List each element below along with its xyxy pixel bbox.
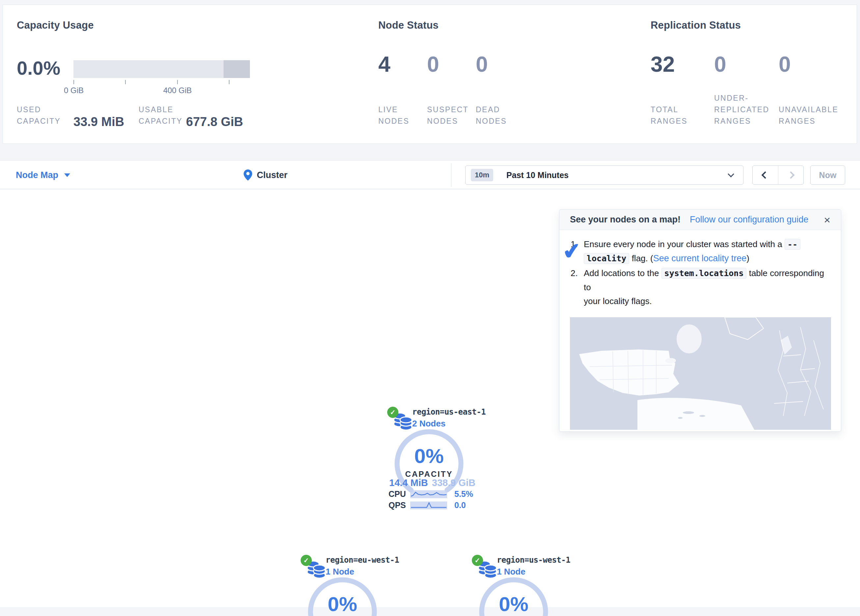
capacity-gauge: 0% CAPACITY	[393, 428, 465, 500]
breadcrumb-label: Cluster	[257, 170, 287, 180]
region-group-eu-west-1[interactable]: ✓ region=eu-west-1 1 Node 0% CAPACITY 9.…	[286, 555, 404, 616]
capacity-bar-nonusable-segment	[224, 60, 250, 78]
breadcrumb[interactable]: Cluster	[244, 161, 287, 190]
locality-flag-code: locality	[584, 253, 629, 264]
view-selector-label: Node Map	[16, 170, 58, 180]
step-done-check-icon: ✔	[561, 238, 582, 265]
locality-tree-link[interactable]: See current locality tree	[653, 253, 747, 263]
popup-title: See your nodes on a map!	[570, 215, 681, 225]
node-status-title: Node Status	[378, 19, 439, 31]
popup-header: See your nodes on a map! Follow our conf…	[559, 210, 841, 230]
under-replicated-count: 0	[714, 52, 726, 77]
region-group-us-west-1[interactable]: ✓ region=us-west-1 1 Node 0% CAPACITY 9.…	[457, 555, 575, 616]
time-prev-button[interactable]	[753, 166, 778, 184]
region-group-us-east-1[interactable]: ✓ region=us-east-1 2 Nodes 0% CAPACITY 1…	[372, 407, 491, 515]
time-range-label: Past 10 Minutes	[506, 171, 569, 180]
axis-tick-label: 400 GiB	[163, 86, 192, 95]
axis-tick	[125, 80, 126, 84]
used-capacity-label: USEDCAPACITY	[17, 104, 61, 127]
suspect-nodes-count: 0	[427, 52, 439, 77]
replication-status-title: Replication Status	[651, 19, 741, 31]
time-next-button[interactable]	[778, 166, 804, 184]
locality-flag-code: --	[785, 239, 800, 250]
region-used-capacity: 14.4 MiB	[389, 478, 428, 488]
close-icon[interactable]: ×	[824, 214, 830, 226]
cpu-value: 5.5%	[454, 489, 473, 499]
total-ranges-count: 32	[651, 52, 675, 77]
chevron-down-icon	[728, 171, 734, 177]
dead-nodes-label: DEADNODES	[476, 104, 507, 127]
dead-nodes-count: 0	[476, 52, 488, 77]
cpu-label: CPU	[389, 489, 410, 499]
system-locations-code: system.locations	[661, 268, 747, 279]
capacity-gauge: 0% CAPACITY	[477, 575, 550, 616]
now-button[interactable]: Now	[810, 166, 845, 185]
popup-step-2: 2. Add locations to the system.locations…	[571, 266, 831, 308]
node-map-page: Capacity Usage 0.0% 0 GiB 400 GiB USEDCA…	[0, 0, 860, 616]
usable-capacity-label: USABLECAPACITY	[139, 104, 182, 127]
suspect-nodes-label: SUSPECTNODES	[427, 104, 469, 127]
axis-tick	[229, 80, 229, 84]
cpu-sparkline	[410, 490, 447, 498]
popup-steps: 1. Ensure every node in your cluster was…	[571, 237, 831, 309]
time-range-select[interactable]: 10m Past 10 Minutes	[465, 166, 744, 185]
time-range-badge: 10m	[471, 169, 493, 181]
under-replicated-label: UNDER-REPLICATEDRANGES	[714, 92, 769, 127]
time-pager	[752, 166, 804, 185]
gauge-percent: 0%	[414, 444, 444, 468]
qps-label: QPS	[389, 500, 410, 510]
unavailable-label: UNAVAILABLERANGES	[779, 104, 838, 127]
qps-sparkline	[410, 502, 447, 509]
axis-tick	[177, 80, 178, 84]
chevron-right-icon	[787, 171, 794, 179]
axis-tick-label: 0 GiB	[64, 86, 84, 95]
live-nodes-label: LIVENODES	[378, 104, 409, 127]
axis-tick	[74, 80, 74, 84]
region-name: region=us-west-1	[497, 555, 570, 565]
nodes-on-map-popup: See your nodes on a map! Follow our conf…	[559, 209, 841, 432]
gauge-percent: 0%	[328, 592, 357, 616]
usable-capacity-value: 677.8 GiB	[186, 115, 243, 129]
qps-value: 0.0	[454, 500, 466, 510]
region-name: region=us-east-1	[412, 408, 486, 417]
gauge-percent: 0%	[499, 592, 529, 616]
location-pin-icon	[244, 169, 252, 181]
healthy-check-icon: ✓	[301, 555, 312, 566]
cluster-summary-card: Capacity Usage 0.0% 0 GiB 400 GiB USEDCA…	[3, 5, 857, 144]
region-name: region=eu-west-1	[326, 555, 399, 565]
view-selector-dropdown[interactable]: Node Map	[16, 161, 70, 190]
capacity-gauge: 0% CAPACITY	[306, 575, 379, 616]
capacity-percent: 0.0%	[17, 57, 60, 79]
popup-step-1: 1. Ensure every node in your cluster was…	[571, 237, 831, 266]
healthy-check-icon: ✓	[387, 407, 399, 418]
configuration-guide-link[interactable]: Follow our configuration guide	[690, 215, 808, 225]
world-map-preview	[570, 317, 831, 430]
chevron-left-icon	[761, 171, 769, 179]
used-capacity-value: 33.9 MiB	[74, 115, 124, 129]
map-toolbar: Node Map Cluster 10m Past 10 Minutes Now	[0, 160, 860, 189]
region-total-capacity: 338.9 GiB	[432, 478, 476, 488]
chevron-down-icon	[64, 173, 70, 177]
capacity-bar	[74, 60, 250, 78]
healthy-check-icon: ✓	[472, 555, 483, 566]
total-ranges-label: TOTALRANGES	[651, 104, 687, 127]
live-nodes-count: 4	[378, 52, 391, 77]
capacity-usage-title: Capacity Usage	[17, 19, 94, 31]
unavailable-count: 0	[779, 52, 791, 77]
